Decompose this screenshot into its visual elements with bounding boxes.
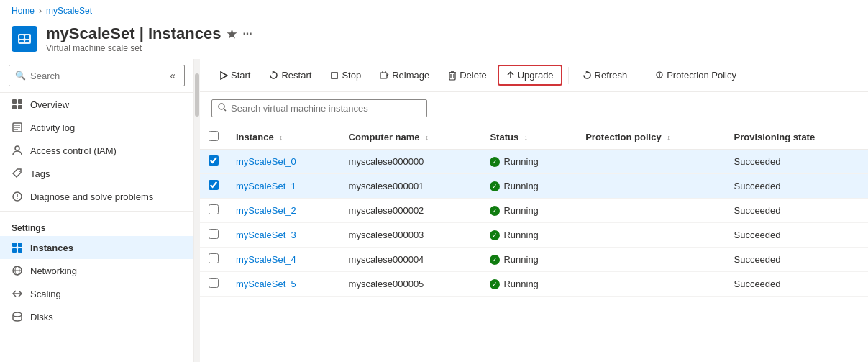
sidebar-item-diagnose[interactable]: Diagnose and solve problems bbox=[0, 185, 193, 208]
content-area: Start Restart Stop Reimage Delete Upgrad… bbox=[200, 59, 868, 362]
reimage-button[interactable]: Reimage bbox=[372, 65, 437, 85]
stop-button[interactable]: Stop bbox=[322, 65, 369, 85]
refresh-button[interactable]: Refresh bbox=[575, 65, 636, 85]
table-row: myScaleSet_3 myscalese000003 ✓ Running S… bbox=[200, 223, 868, 248]
table-row: myScaleSet_1 myscalese000001 ✓ Running S… bbox=[200, 174, 868, 199]
instances-table: Instance ↕ Computer name ↕ Status ↕ Prot… bbox=[200, 125, 868, 297]
row-checkbox-cell[interactable] bbox=[200, 174, 227, 199]
status-text: Running bbox=[503, 156, 538, 167]
sidebar-nav: Overview Activity log Access control (IA… bbox=[0, 93, 193, 362]
row-checkbox-cell[interactable] bbox=[200, 272, 227, 297]
row-checkbox-cell[interactable] bbox=[200, 150, 227, 174]
status-cell: ✓ Running bbox=[481, 248, 577, 272]
svg-point-13 bbox=[15, 146, 19, 150]
refresh-icon bbox=[583, 71, 592, 80]
start-button[interactable]: Start bbox=[211, 65, 258, 85]
collapse-button[interactable]: « bbox=[167, 68, 178, 83]
col-computer-name: Computer name ↕ bbox=[340, 125, 482, 150]
sidebar-item-networking[interactable]: Networking bbox=[0, 259, 193, 282]
provisioning-state-cell: Succeeded bbox=[725, 272, 868, 297]
sidebar-item-tags[interactable]: Tags bbox=[0, 162, 193, 185]
breadcrumb: Home › myScaleSet bbox=[0, 0, 868, 22]
table-header-row: Instance ↕ Computer name ↕ Status ↕ Prot… bbox=[200, 125, 868, 150]
breadcrumb-separator: › bbox=[39, 6, 42, 16]
row-checkbox-cell[interactable] bbox=[200, 199, 227, 223]
sidebar-item-overview[interactable]: Overview bbox=[0, 93, 193, 116]
svg-line-38 bbox=[224, 109, 226, 111]
computer-name-cell: myscalese000000 bbox=[340, 150, 482, 174]
tags-icon bbox=[12, 168, 23, 179]
table-search-box[interactable] bbox=[211, 99, 427, 117]
row-checkbox[interactable] bbox=[209, 155, 219, 166]
sidebar-item-label-disks: Disks bbox=[30, 312, 53, 322]
row-checkbox[interactable] bbox=[209, 204, 219, 214]
status-cell: ✓ Running bbox=[481, 199, 577, 223]
restart-icon bbox=[269, 71, 278, 80]
svg-rect-21 bbox=[18, 248, 22, 253]
resource-header: myScaleSet | Instances ★ ··· Virtual mac… bbox=[0, 22, 868, 59]
sidebar-divider bbox=[0, 211, 193, 212]
provisioning-state-cell: Succeeded bbox=[725, 223, 868, 248]
svg-point-36 bbox=[659, 77, 660, 78]
row-checkbox[interactable] bbox=[209, 253, 219, 263]
disks-icon bbox=[12, 311, 23, 322]
status-text: Running bbox=[503, 254, 538, 265]
instance-sort-icon[interactable]: ↕ bbox=[279, 134, 283, 142]
resource-title: myScaleSet | Instances ★ ··· bbox=[46, 24, 252, 43]
sidebar-item-instances[interactable]: Instances bbox=[0, 236, 193, 259]
instance-link[interactable]: myScaleSet_5 bbox=[236, 279, 296, 289]
row-checkbox[interactable] bbox=[209, 278, 219, 288]
protection-sort-icon[interactable]: ↕ bbox=[667, 134, 670, 142]
select-all-checkbox[interactable] bbox=[209, 131, 219, 141]
sidebar-scroll-thumb[interactable] bbox=[195, 73, 199, 117]
svg-rect-8 bbox=[18, 105, 22, 109]
sidebar-item-activity-log[interactable]: Activity log bbox=[0, 116, 193, 139]
breadcrumb-resource[interactable]: myScaleSet bbox=[46, 6, 92, 16]
instance-link[interactable]: myScaleSet_1 bbox=[236, 181, 296, 191]
protection-policy-cell bbox=[577, 223, 725, 248]
status-running-dot: ✓ bbox=[490, 230, 500, 240]
sidebar-item-disks[interactable]: Disks bbox=[0, 305, 193, 328]
table-search-input[interactable] bbox=[231, 103, 421, 114]
computer-name-cell: myscalese000001 bbox=[340, 174, 482, 199]
sidebar-item-scaling[interactable]: Scaling bbox=[0, 282, 193, 305]
sidebar-search-box[interactable]: 🔍 « bbox=[9, 65, 185, 86]
protection-policy-cell bbox=[577, 248, 725, 272]
computer-name-cell: myscalese000004 bbox=[340, 248, 482, 272]
instance-link[interactable]: myScaleSet_0 bbox=[236, 156, 296, 167]
instance-link[interactable]: myScaleSet_3 bbox=[236, 230, 296, 240]
search-icon: 🔍 bbox=[15, 71, 26, 81]
upgrade-button[interactable]: Upgrade bbox=[498, 65, 562, 86]
instance-link[interactable]: myScaleSet_2 bbox=[236, 205, 296, 216]
svg-rect-19 bbox=[18, 243, 22, 247]
computer-name-sort-icon[interactable]: ↕ bbox=[425, 134, 429, 142]
instance-cell: myScaleSet_0 bbox=[227, 150, 340, 174]
select-all-header[interactable] bbox=[200, 125, 227, 150]
status-sort-icon[interactable]: ↕ bbox=[524, 134, 528, 142]
restart-button[interactable]: Restart bbox=[261, 65, 319, 85]
provisioning-state-cell: Succeeded bbox=[725, 150, 868, 174]
resource-title-block: myScaleSet | Instances ★ ··· Virtual mac… bbox=[46, 24, 252, 53]
stop-icon bbox=[330, 71, 339, 80]
sidebar-item-label-activity: Activity log bbox=[30, 122, 75, 133]
table-search-icon bbox=[218, 103, 227, 114]
delete-button[interactable]: Delete bbox=[440, 65, 495, 85]
search-input[interactable] bbox=[30, 71, 163, 81]
row-checkbox-cell[interactable] bbox=[200, 248, 227, 272]
sidebar-item-access-control[interactable]: Access control (IAM) bbox=[0, 139, 193, 162]
row-checkbox[interactable] bbox=[209, 180, 219, 190]
breadcrumb-home[interactable]: Home bbox=[12, 6, 35, 16]
row-checkbox-cell[interactable] bbox=[200, 223, 227, 248]
favorite-star[interactable]: ★ bbox=[227, 27, 237, 41]
col-instance: Instance ↕ bbox=[227, 125, 340, 150]
row-checkbox[interactable] bbox=[209, 229, 219, 239]
more-options[interactable]: ··· bbox=[242, 27, 252, 40]
table-row: myScaleSet_0 myscalese000000 ✓ Running S… bbox=[200, 150, 868, 174]
protection-policy-button[interactable]: Protection Policy bbox=[647, 65, 744, 85]
instance-link[interactable]: myScaleSet_4 bbox=[236, 254, 296, 265]
upgrade-icon bbox=[506, 71, 515, 80]
status-running-dot: ✓ bbox=[490, 181, 500, 191]
instance-cell: myScaleSet_1 bbox=[227, 174, 340, 199]
status-running-dot: ✓ bbox=[490, 206, 500, 216]
svg-rect-20 bbox=[12, 248, 17, 253]
